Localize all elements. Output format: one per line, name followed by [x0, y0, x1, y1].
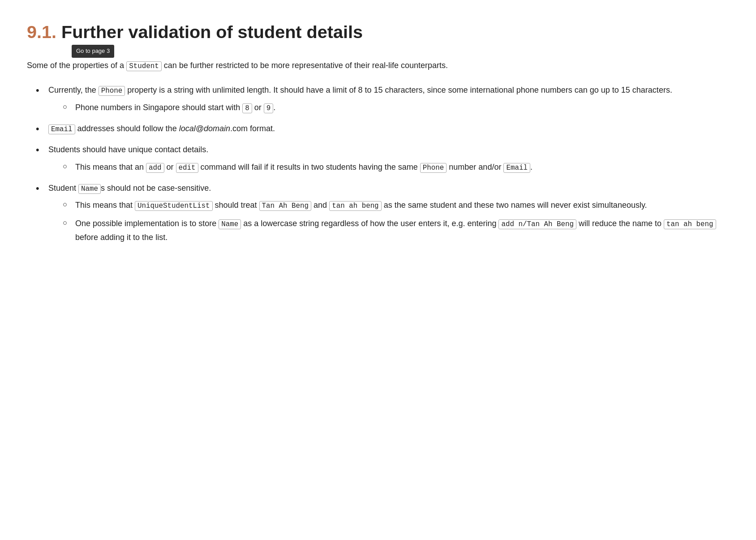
section-number: 9.1. [27, 22, 56, 42]
bullet3-sub-code-add: add [146, 163, 164, 173]
bullet1-sub-code-9: 9 [264, 103, 274, 113]
bullet2-text-before: addresses should follow the [75, 124, 179, 133]
bullet4-sub2-text-mid1: as a lowercase string regardless of how … [241, 219, 498, 228]
list-item-name-case: Student Names should not be case-sensiti… [36, 181, 729, 244]
bullet4-sub2-text-before: One possible implementation is to store [75, 219, 219, 228]
bullet1-text-before: Currently, the [48, 86, 99, 94]
bullet4-sub2-text-mid2: will reduce the name to [576, 219, 664, 228]
bullet3-sub-code-edit: edit [176, 163, 198, 173]
page-title: 9.1. Further validation of student detai… [27, 18, 729, 46]
bullet3-text: Students should have unique contact deta… [48, 145, 208, 154]
bullet1-text-after: property is a string with unlimited leng… [125, 86, 672, 94]
bullet3-sub-code-email: Email [503, 163, 530, 173]
bullet2-italic: local@domain [179, 124, 230, 133]
bullet3-sub-text-mid3: number and/or [447, 163, 503, 171]
bullet1-sub-text-before: Phone numbers in Singapore should start … [75, 103, 242, 112]
bullet4-sub1-text-mid1: should treat [213, 201, 259, 210]
list-item-email: Email addresses should follow the local@… [36, 122, 729, 136]
bullet4-sublist: This means that UniqueStudentList should… [48, 198, 729, 244]
bullet3-sub-text-mid2: command will fail if it results in two s… [198, 163, 420, 171]
list-item-phone: Currently, the Phone property is a strin… [36, 83, 729, 115]
bullet4-sub2-text-after: before adding it to the list. [75, 233, 168, 242]
intro-paragraph: Some of the properties of a Student can … [27, 59, 564, 73]
bullet3-sub-text-before: This means that an [75, 163, 146, 171]
bullet1-sublist: Phone numbers in Singapore should start … [48, 101, 729, 115]
bullet4-sub1-text-before: This means that [75, 201, 135, 210]
bullet3-sublist: This means that an add or edit command w… [48, 160, 729, 174]
bullet4-sub1-code-uniquestudentlist: UniqueStudentList [135, 201, 212, 211]
bullet4-code-name: Name [78, 184, 101, 194]
bullet4-sub2-code-add-command: add n/Tan Ah Beng [498, 219, 576, 229]
bullet3-sub-item: This means that an add or edit command w… [63, 160, 729, 174]
bullet1-sub-text-after: . [273, 103, 275, 112]
list-item-unique-contact: Students should have unique contact deta… [36, 143, 729, 174]
bullet1-sub-code-8: 8 [242, 103, 252, 113]
bullet4-sub2-code-result: tan ah beng [664, 219, 716, 229]
intro-text-after: can be further restricted to be more rep… [162, 61, 448, 70]
bullet3-sub-text-mid1: or [164, 163, 176, 171]
bullet2-text-after: .com format. [230, 124, 275, 133]
bullet1-sub-text-mid: or [252, 103, 264, 112]
bullet3-sub-text-after: . [530, 163, 533, 171]
bullet1-code-phone: Phone [99, 86, 125, 96]
bullet2-code-email: Email [48, 124, 75, 134]
bullet4-text-before: Student [48, 184, 78, 193]
bullet3-sub-code-phone: Phone [420, 163, 447, 173]
main-list: Currently, the Phone property is a strin… [27, 83, 729, 244]
bullet4-sub1-item: This means that UniqueStudentList should… [63, 198, 729, 212]
bullet1-sub-item: Phone numbers in Singapore should start … [63, 101, 729, 115]
goto-page-tooltip[interactable]: Go to page 3 [72, 45, 114, 58]
bullet4-sub1-text-mid2: and [311, 201, 329, 210]
bullet4-sub2-item: One possible implementation is to store … [63, 217, 729, 244]
bullet4-sub2-code-name: Name [219, 219, 241, 229]
intro-text-before: Some of the properties of a [27, 61, 126, 70]
bullet4-sub1-text-after: as the same student and these two names … [382, 201, 647, 210]
section-heading: 9.1. Further validation of student detai… [27, 18, 729, 46]
bullet4-text-after: s should not be case-sensitive. [101, 184, 211, 193]
bullet4-sub1-code-tan-ah-beng-lower: tan ah beng [329, 201, 381, 211]
bullet4-sub1-code-tan-ah-beng: Tan Ah Beng [259, 201, 311, 211]
heading-title: Further validation of student details [56, 22, 363, 42]
intro-code-student: Student [126, 61, 162, 71]
